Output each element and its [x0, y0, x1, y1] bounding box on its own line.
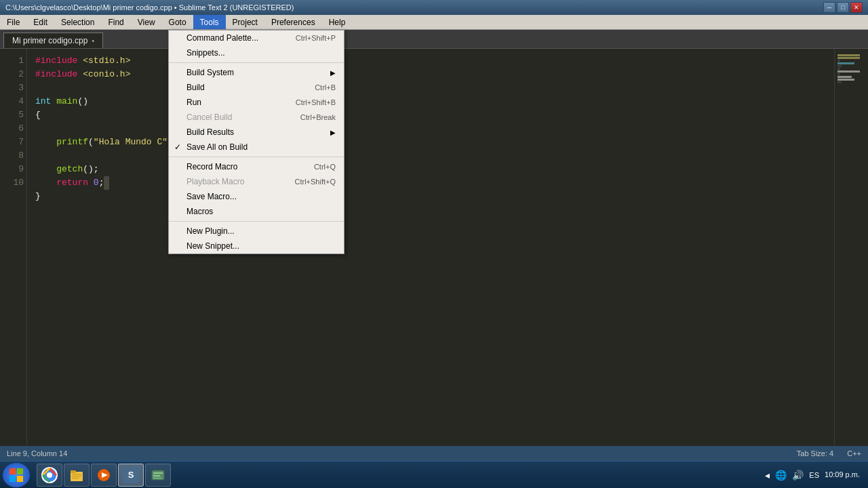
line-num-2: 2 — [3, 68, 24, 81]
titlebar: C:\Users\clgvelasco\Desktop\Mi primer co… — [0, 0, 868, 15]
menu-new-snippet[interactable]: New Snippet... — [169, 239, 344, 253]
menu-file[interactable]: File — [0, 15, 26, 29]
menu-build[interactable]: Build Ctrl+B — [169, 80, 344, 95]
taskbar-other[interactable] — [145, 464, 171, 487]
menu-build-system[interactable]: Build System ▶ — [169, 65, 344, 80]
menu-macros[interactable]: Macros — [169, 204, 344, 219]
statusbar-language[interactable]: C++ — [847, 449, 861, 458]
clock-time: 10:09 p.m. — [825, 470, 860, 480]
code-line-3 — [35, 81, 826, 95]
menu-preferences[interactable]: Preferences — [264, 15, 322, 29]
run-shortcut: Ctrl+Shift+B — [296, 98, 336, 106]
svg-rect-8 — [72, 474, 81, 475]
build-results-arrow: ▶ — [330, 129, 336, 136]
volume-icon[interactable]: 🔊 — [792, 470, 804, 481]
minimap-content — [835, 49, 868, 89]
line-num-5: 5 — [3, 108, 24, 122]
tray-arrow[interactable]: ◂ — [765, 470, 770, 481]
tab-main-file[interactable]: Mi primer codigo.cpp • — [3, 33, 103, 48]
code-line-7: printf("Hola Mundo C"); — [35, 136, 826, 149]
svg-rect-1 — [17, 468, 23, 474]
media-icon — [96, 467, 112, 483]
menu-view[interactable]: View — [131, 15, 162, 29]
menu-playback-macro: Playback Macro Ctrl+Shift+Q — [169, 174, 344, 189]
svg-point-5 — [47, 472, 52, 478]
code-line-6 — [35, 122, 826, 136]
taskbar-explorer[interactable] — [64, 464, 90, 487]
line-num-9: 9 — [3, 163, 24, 176]
menubar: File Edit Selection Find View Goto Tools… — [0, 15, 868, 30]
code-line-10: return 0; — [35, 176, 826, 190]
statusbar-right: Tab Size: 4 C++ — [797, 449, 861, 458]
system-clock[interactable]: 10:09 p.m. — [825, 470, 860, 480]
code-line-11: } — [35, 190, 826, 203]
menu-cancel-build: Cancel Build Ctrl+Break — [169, 110, 344, 125]
code-line-5: { — [35, 108, 826, 122]
menu-snippets[interactable]: Snippets... — [169, 45, 344, 60]
cancel-build-label: Cancel Build — [186, 113, 232, 122]
svg-rect-3 — [17, 476, 23, 482]
other-icon — [150, 467, 166, 483]
separator-3 — [169, 221, 344, 222]
build-system-arrow: ▶ — [330, 69, 336, 77]
playback-macro-label: Playback Macro — [186, 177, 244, 186]
line-num-1: 1 — [3, 54, 24, 68]
code-line-8 — [35, 149, 826, 163]
save-all-label: Save All on Build — [186, 142, 248, 152]
menu-tools[interactable]: Tools — [193, 15, 226, 29]
menu-save-macro[interactable]: Save Macro... — [169, 189, 344, 204]
command-palette-shortcut: Ctrl+Shift+P — [296, 34, 336, 42]
svg-rect-16 — [153, 478, 161, 479]
titlebar-controls: ─ □ ✕ — [823, 2, 863, 13]
taskbar-sublime[interactable]: S — [118, 464, 144, 487]
statusbar-tab-size[interactable]: Tab Size: 4 — [797, 449, 833, 458]
line-num-3: 3 — [3, 81, 24, 95]
menu-record-macro[interactable]: Record Macro Ctrl+Q — [169, 159, 344, 174]
menu-build-results[interactable]: Build Results ▶ — [169, 125, 344, 140]
explorer-icon — [68, 467, 85, 483]
save-macro-label: Save Macro... — [186, 192, 237, 201]
macros-label: Macros — [186, 207, 213, 216]
build-shortcut: Ctrl+B — [315, 83, 336, 92]
taskbar-chrome[interactable] — [37, 464, 62, 487]
svg-rect-0 — [9, 468, 16, 474]
code-editor[interactable]: #include <stdio.h> #include <conio.h> in… — [27, 49, 834, 446]
snippets-label: Snippets... — [186, 48, 225, 58]
cancel-build-shortcut: Ctrl+Break — [300, 113, 336, 121]
minimize-button[interactable]: ─ — [823, 2, 835, 13]
menu-goto[interactable]: Goto — [162, 15, 193, 29]
new-plugin-label: New Plugin... — [186, 226, 235, 236]
maximize-button[interactable]: □ — [837, 2, 849, 13]
save-all-checkmark: ✓ — [174, 142, 181, 152]
menu-edit[interactable]: Edit — [26, 15, 54, 29]
separator-1 — [169, 62, 344, 63]
run-label: Run — [186, 98, 201, 107]
taskbar-media[interactable] — [91, 464, 117, 487]
code-line-9: getch(); — [35, 163, 826, 176]
menu-save-all-on-build[interactable]: ✓ Save All on Build — [169, 140, 344, 155]
menu-help[interactable]: Help — [322, 15, 353, 29]
menu-project[interactable]: Project — [226, 15, 264, 29]
menu-run[interactable]: Run Ctrl+Shift+B — [169, 95, 344, 110]
menu-selection[interactable]: Selection — [54, 15, 101, 29]
line-num-8: 8 — [3, 149, 24, 163]
titlebar-title: C:\Users\clgvelasco\Desktop\Mi primer co… — [5, 3, 294, 12]
sublime-icon: S — [123, 467, 139, 483]
tray-lang[interactable]: ES — [809, 471, 819, 479]
record-macro-label: Record Macro — [186, 162, 237, 171]
tabbar: Mi primer codigo.cpp • — [0, 30, 868, 49]
command-palette-label: Command Palette... — [186, 33, 258, 43]
menu-command-palette[interactable]: Command Palette... Ctrl+Shift+P — [169, 30, 344, 45]
separator-2 — [169, 157, 344, 157]
close-button[interactable]: ✕ — [850, 2, 863, 13]
menu-find[interactable]: Find — [101, 15, 130, 29]
menu-new-plugin[interactable]: New Plugin... — [169, 224, 344, 239]
network-icon[interactable]: 🌐 — [775, 470, 787, 481]
windows-taskbar: S ◂ 🌐 🔊 ES 10:09 p.m. — [0, 461, 868, 488]
svg-rect-10 — [72, 478, 79, 479]
build-results-label: Build Results — [186, 127, 234, 137]
chrome-icon — [41, 467, 58, 483]
start-button[interactable] — [3, 463, 30, 487]
tools-dropdown-menu: Command Palette... Ctrl+Shift+P Snippets… — [168, 30, 344, 254]
record-macro-shortcut: Ctrl+Q — [314, 163, 336, 171]
